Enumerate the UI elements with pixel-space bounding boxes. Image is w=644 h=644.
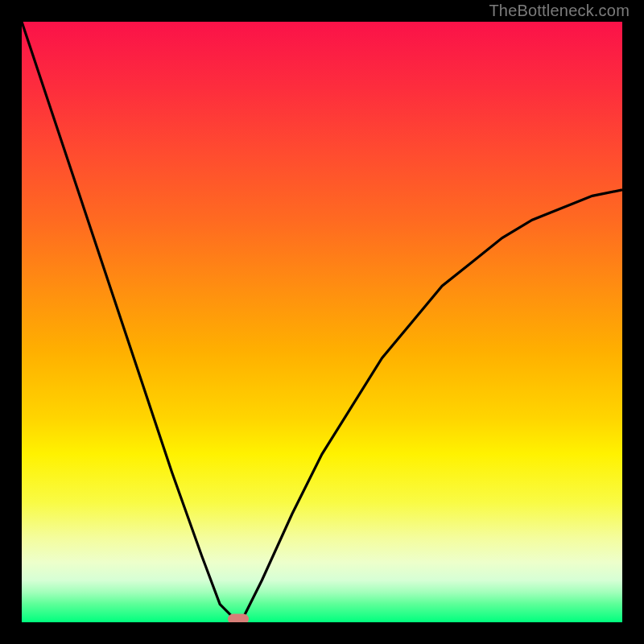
bottleneck-curve: [22, 22, 622, 622]
attribution-label: TheBottleneck.com: [489, 2, 630, 20]
chart-frame: TheBottleneck.com: [0, 0, 644, 644]
optimal-point-marker: [228, 614, 249, 622]
plot-area: [22, 22, 622, 622]
